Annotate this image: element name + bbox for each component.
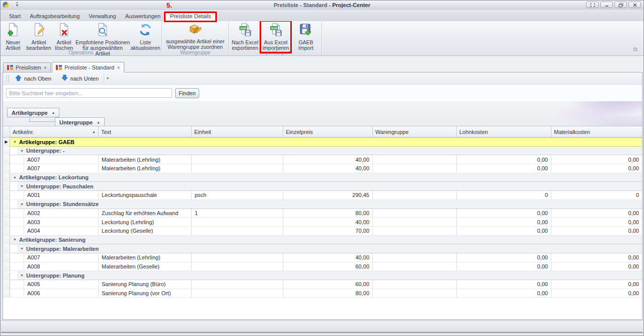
group-row-content[interactable]: ▼Untergruppe: Malerarbeiten: [17, 244, 642, 253]
lohnkosten-cell[interactable]: 0,00: [457, 218, 551, 227]
edit-article-button[interactable]: Artikel bearbeiten: [25, 22, 53, 49]
row-indicator-cell[interactable]: [3, 147, 10, 156]
row-indicator-cell[interactable]: ▶: [3, 138, 10, 147]
collapse-group-icon[interactable]: ▼: [20, 274, 24, 277]
refresh-list-button[interactable]: Liste aktualisieren: [130, 22, 160, 49]
row-indicator-cell[interactable]: [3, 244, 10, 253]
column-header-einheit[interactable]: Einheit: [192, 126, 283, 137]
group-field-untergruppe[interactable]: Untergruppe ▲: [55, 117, 105, 126]
group-row-content[interactable]: ▼Untergruppe: Stundensätze: [17, 200, 642, 209]
text-cell[interactable]: Malerarbeiten (Geselle): [99, 262, 192, 272]
lohnkosten-cell[interactable]: 0,00: [457, 289, 551, 298]
select-all-cell[interactable]: [3, 126, 10, 137]
artikelnr-cell[interactable]: A007: [24, 253, 99, 262]
materialkosten-cell[interactable]: 0,00: [551, 155, 642, 164]
row-indicator-cell[interactable]: [3, 227, 10, 236]
table-row[interactable]: A008Malerarbeiten (Geselle)60,000,000,00: [3, 262, 642, 272]
lohnkosten-cell[interactable]: 0,00: [457, 155, 551, 164]
doc-tab-preisliste-standard[interactable]: Preisliste - Standard ×: [52, 62, 124, 73]
row-indicator-cell[interactable]: [3, 209, 10, 218]
collapse-group-icon[interactable]: ▼: [13, 176, 17, 179]
einzelpreis-cell[interactable]: 40,00: [283, 253, 373, 262]
row-indicator-cell[interactable]: [3, 262, 10, 272]
row-indicator-cell[interactable]: [3, 155, 10, 164]
group-row-content[interactable]: ▼Untergruppe: Planung: [17, 271, 642, 280]
ribbon-tab-verwaltung[interactable]: Verwaltung: [84, 12, 120, 21]
doc-tab-preislisten[interactable]: Preislisten ×: [3, 62, 51, 72]
group-row-content[interactable]: ▼Artikelgruppe: Leckortung: [10, 173, 642, 182]
column-header-warengruppe[interactable]: Warengruppe: [373, 126, 457, 137]
ribbon-tab-auftragsbearbeitung[interactable]: Auftragsbearbeitung: [25, 12, 84, 21]
warengruppe-cell[interactable]: [373, 209, 457, 218]
einzelpreis-cell[interactable]: 70,00: [283, 227, 373, 236]
text-cell[interactable]: Sanierung Planung (Büro): [99, 280, 192, 289]
column-header-text[interactable]: Text: [99, 126, 192, 137]
materialkosten-cell[interactable]: 0,00: [551, 209, 642, 218]
table-row[interactable]: A007Malerarbeiten (Lehrling)40,000,000,0…: [3, 155, 642, 164]
group-row[interactable]: ▼Untergruppe: Stundensätze: [3, 200, 642, 209]
group-row[interactable]: ▼Untergruppe: Planung: [3, 271, 642, 280]
ribbon-tab-auswertungen[interactable]: Auswertungen: [121, 12, 165, 21]
warengruppe-cell[interactable]: [373, 218, 457, 227]
einheit-cell[interactable]: [192, 164, 283, 173]
row-indicator-cell[interactable]: [3, 191, 10, 200]
einzelpreis-cell[interactable]: 290,45: [283, 191, 373, 200]
table-row[interactable]: A006Sanierung Planung (vor Ort)80,000,00…: [3, 289, 642, 298]
row-indicator-cell[interactable]: [3, 173, 10, 182]
einzelpreis-cell[interactable]: 40,00: [283, 164, 373, 173]
einzelpreis-cell[interactable]: 60,00: [283, 280, 373, 289]
text-cell[interactable]: Malerarbeiten (Lehrling): [99, 253, 192, 262]
materialkosten-cell[interactable]: 0,00: [551, 262, 642, 272]
collapse-group-icon[interactable]: ▼: [20, 184, 24, 188]
text-cell[interactable]: Malerarbeiten (Lehrling): [99, 164, 192, 173]
row-indicator-cell[interactable]: [3, 236, 10, 245]
column-header-lohnkosten[interactable]: Lohnkosten: [457, 126, 551, 137]
table-row[interactable]: A007Malerarbeiten (Lehrling)40,000,000,0…: [3, 253, 642, 262]
restore-button[interactable]: [614, 2, 627, 8]
minimize-button[interactable]: [600, 2, 613, 8]
materialkosten-cell[interactable]: 0,00: [551, 280, 642, 289]
einheit-cell[interactable]: psch: [192, 191, 283, 200]
toolbar-grip-handle[interactable]: [7, 75, 9, 82]
einzelpreis-cell[interactable]: 80,00: [283, 289, 373, 298]
einheit-cell[interactable]: [192, 155, 283, 164]
warengruppe-cell[interactable]: [373, 289, 457, 298]
text-cell[interactable]: Leckortung (Geselle): [99, 227, 192, 236]
collapse-group-icon[interactable]: ▼: [20, 203, 24, 206]
einzelpreis-cell[interactable]: 60,00: [283, 262, 373, 272]
group-row-content[interactable]: ▼Artikelgruppe: GAEB: [10, 138, 642, 147]
artikelnr-cell[interactable]: A003: [24, 218, 99, 227]
artikelnr-cell[interactable]: A008: [24, 262, 99, 272]
close-tab-icon[interactable]: ×: [117, 65, 120, 70]
table-row[interactable]: A005Sanierung Planung (Büro)60,000,000,0…: [3, 280, 642, 289]
group-row[interactable]: ▼Untergruppe: -: [3, 147, 642, 156]
collapse-group-icon[interactable]: ▼: [20, 149, 24, 153]
warengruppe-cell[interactable]: [373, 164, 457, 173]
quick-access-dropdown-icon[interactable]: ▾: [16, 3, 18, 8]
group-row-content[interactable]: ▼Artikelgruppe: Sanierung: [10, 236, 642, 245]
find-button[interactable]: Finden: [175, 88, 199, 98]
close-button[interactable]: [628, 2, 641, 8]
delete-article-button[interactable]: Artikel löschen: [53, 22, 75, 49]
warengruppe-cell[interactable]: [373, 262, 457, 272]
collapse-group-icon[interactable]: ▼: [13, 140, 17, 144]
text-cell[interactable]: Leckortungspauschale: [99, 191, 192, 200]
einheit-cell[interactable]: [192, 262, 283, 272]
materialkosten-cell[interactable]: 0: [551, 191, 642, 200]
text-cell[interactable]: Malerarbeiten (Lehrling): [99, 155, 192, 164]
artikelnr-cell[interactable]: A002: [24, 209, 99, 218]
gaeb-import-button[interactable]: GAEB Import: [291, 22, 320, 49]
lohnkosten-cell[interactable]: 0,00: [457, 253, 551, 262]
group-row-content[interactable]: ▼Untergruppe: Pauschalen: [17, 182, 642, 191]
materialkosten-cell[interactable]: 0,00: [551, 227, 642, 236]
lohnkosten-cell[interactable]: 0,00: [457, 209, 551, 218]
ribbon-tab-preisliste-details[interactable]: Preisliste Details 5.: [165, 11, 216, 21]
recommended-positions-button[interactable]: Empfohlene Positionen für ausgewählten A…: [75, 22, 130, 49]
export-to-excel-button[interactable]: XLSX Nach Excel exportieren: [230, 22, 260, 49]
group-row[interactable]: ▼Artikelgruppe: Leckortung: [3, 173, 642, 182]
warengruppe-cell[interactable]: [373, 253, 457, 262]
lohnkosten-cell[interactable]: 0,00: [457, 227, 551, 236]
einzelpreis-cell[interactable]: 40,00: [283, 218, 373, 227]
einheit-cell[interactable]: [192, 227, 283, 236]
fullscreen-button[interactable]: [586, 2, 599, 8]
